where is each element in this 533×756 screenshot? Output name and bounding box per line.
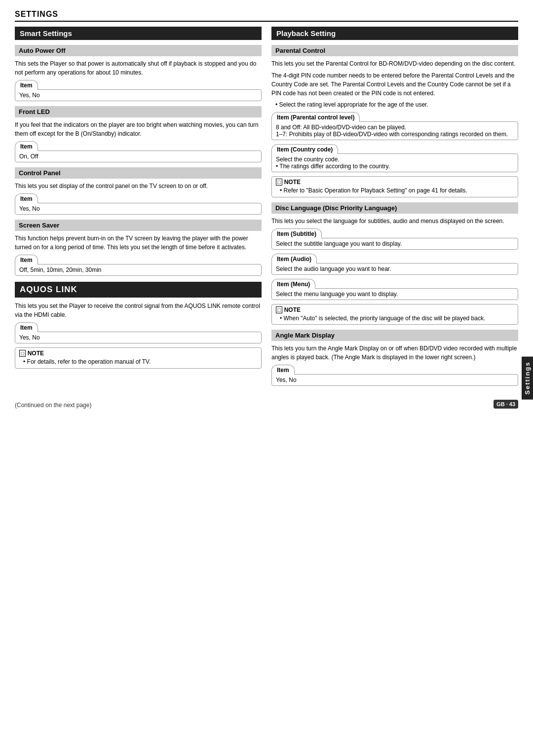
front-led-item-value: On, Off (19, 153, 38, 160)
disc-language-body: This lets you select the language for su… (271, 217, 518, 226)
auto-power-off-item-tab: Item (15, 80, 38, 89)
country-code-item-tab: Item (Country code) (271, 144, 338, 153)
right-column: Playback Setting Parental Control This l… (271, 27, 518, 390)
angle-mark-body: This lets you turn the Angle Mark Displa… (271, 344, 518, 362)
audio-item-tab: Item (Audio) (271, 254, 317, 263)
left-column: Smart Settings Auto Power Off This sets … (15, 27, 262, 390)
audio-item-value: Select the audio language you want to he… (276, 265, 391, 272)
parental-level-item-box: 8 and Off: All BD-video/DVD-video can be… (271, 121, 518, 140)
note-icon: □ (19, 350, 26, 357)
menu-item-value: Select the menu language you want to dis… (276, 291, 398, 298)
note-icon2: □ (276, 179, 282, 186)
aquos-link-note-box: □ NOTE • For details, refer to the opera… (15, 347, 262, 369)
screen-saver-item-tab: Item (15, 255, 38, 264)
screen-saver-item-box: Off, 5min, 10min, 20min, 30min (15, 264, 262, 276)
country-code-line1: Select the country code. (276, 156, 514, 163)
aquos-link-item-value: Yes, No (19, 334, 40, 341)
aquos-link-item-box: Yes, No (15, 332, 262, 343)
auto-power-off-item-value: Yes, No (19, 92, 40, 99)
parental-control-body1: This lets you set the Parental Control f… (271, 59, 518, 68)
audio-item-box: Select the audio language you want to he… (271, 263, 518, 275)
screen-saver-item-value: Off, 5min, 10min, 20min, 30min (19, 266, 102, 273)
angle-mark-title: Angle Mark Display (271, 330, 518, 341)
auto-power-off-body: This sets the Player so that power is au… (15, 59, 262, 77)
note-icon3: □ (276, 306, 282, 313)
disc-language-note-title: □ NOTE (276, 306, 514, 313)
disc-language-title: Disc Language (Disc Priority Language) (271, 202, 518, 214)
front-led-body: If you feel that the indicators on the p… (15, 120, 262, 138)
angle-mark-item-box: Yes, No (271, 374, 518, 386)
disc-language-note-bullet: • When "Auto" is selected, the priority … (280, 314, 514, 323)
menu-item-tab: Item (Menu) (271, 279, 315, 288)
parental-control-title: Parental Control (271, 45, 518, 56)
front-led-title: Front LED (15, 106, 262, 117)
parental-level-item-tab: Item (Parental control level) (271, 112, 360, 121)
parental-note-bullet: • Refer to "Basic Operation for Playback… (280, 187, 514, 195)
control-panel-body: This lets you set display of the control… (15, 182, 262, 190)
settings-sidebar-tab: Settings (522, 356, 533, 399)
parental-control-bullet: • Select the rating level appropriate fo… (275, 101, 518, 109)
disc-language-note-box: □ NOTE • When "Auto" is selected, the pr… (271, 304, 518, 325)
subtitle-item-box: Select the subtitle language you want to… (271, 238, 518, 250)
control-panel-title: Control Panel (15, 167, 262, 179)
menu-item-box: Select the menu language you want to dis… (271, 288, 518, 300)
country-code-item-box: Select the country code. • The ratings d… (271, 153, 518, 172)
angle-mark-item-tab: Item (271, 365, 295, 374)
country-code-line2: • The ratings differ according to the co… (276, 163, 514, 170)
aquos-link-note-bullet: • For details, refer to the operation ma… (23, 358, 257, 366)
control-panel-item-box: Yes, No (15, 203, 262, 215)
page-footer: (Continued on the next page) GB · 43 (15, 400, 518, 409)
page-badge: GB · 43 (494, 400, 518, 409)
aquos-link-body: This lets you set the Player to receive … (15, 302, 262, 319)
screen-saver-title: Screen Saver (15, 220, 262, 231)
auto-power-off-title: Auto Power Off (15, 45, 262, 56)
screen-saver-body: This function helps prevent burn-in on t… (15, 234, 262, 252)
page-header: SETTINGS (15, 10, 518, 22)
parental-control-body2: The 4-digit PIN code number needs to be … (271, 71, 518, 98)
playback-setting-title: Playback Setting (271, 27, 518, 40)
parental-level-line2: 1–7: Prohibits play of BD-video/DVD-vide… (276, 131, 514, 138)
control-panel-item-value: Yes, No (19, 205, 40, 212)
parental-note-box: □ NOTE • Refer to "Basic Operation for P… (271, 176, 518, 197)
subtitle-item-value: Select the subtitle language you want to… (276, 240, 402, 247)
front-led-item-box: On, Off (15, 151, 262, 162)
angle-mark-item-value: Yes, No (276, 377, 297, 383)
smart-settings-title: Smart Settings (15, 27, 262, 40)
parental-level-line1: 8 and Off: All BD-video/DVD-video can be… (276, 124, 514, 131)
aquos-link-item-tab: Item (15, 322, 38, 332)
parental-note-title: □ NOTE (276, 179, 514, 186)
continued-text: (Continued on the next page) (15, 402, 91, 409)
aquos-link-note-title: □ NOTE (19, 350, 257, 357)
front-led-item-tab: Item (15, 141, 38, 151)
subtitle-item-tab: Item (Subtitle) (271, 228, 322, 238)
auto-power-off-item-box: Yes, No (15, 89, 262, 101)
control-panel-item-tab: Item (15, 193, 38, 203)
aquos-link-title: AQUOS LINK (15, 282, 262, 298)
